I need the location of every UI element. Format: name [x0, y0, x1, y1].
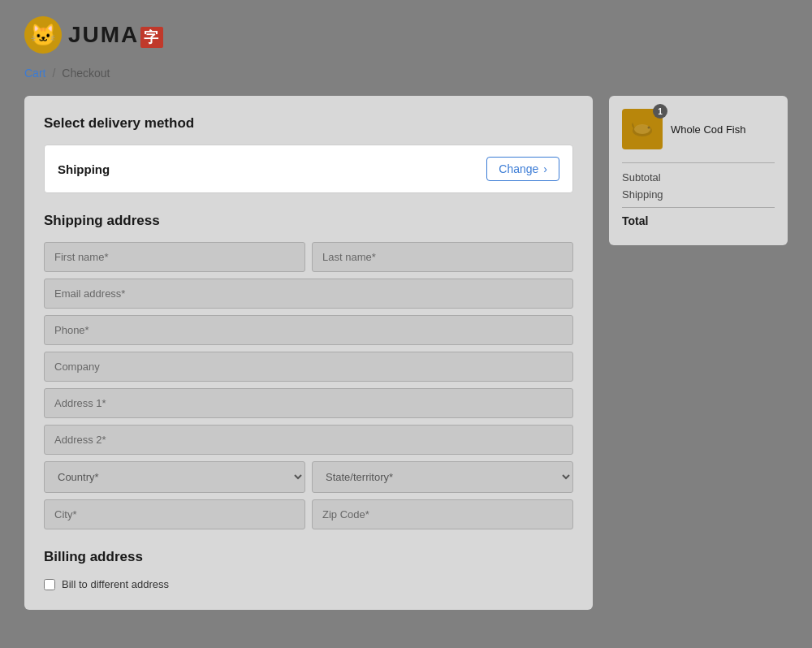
last-name-field: [312, 242, 573, 272]
page-wrapper: 🐱 JUMA字 Cart / Checkout Select delivery …: [0, 0, 812, 626]
breadcrumb-cart-link[interactable]: Cart: [24, 67, 45, 80]
logo-text: JUMA字: [68, 22, 163, 48]
cat-icon: 🐱: [30, 24, 56, 45]
order-divider-top: [622, 162, 775, 163]
product-image-wrap: 1: [622, 109, 663, 149]
breadcrumb: Cart / Checkout: [24, 67, 788, 80]
city-field: [44, 499, 305, 529]
delivery-method-label: Shipping: [58, 162, 110, 176]
subtotal-label: Subtotal: [622, 171, 661, 184]
bill-different-checkbox[interactable]: [44, 579, 55, 590]
city-input[interactable]: [44, 499, 305, 529]
email-input[interactable]: [44, 279, 573, 309]
company-input[interactable]: [44, 352, 573, 382]
billing-address-section: Billing address Bill to different addres…: [44, 549, 573, 590]
header: 🐱 JUMA字: [24, 16, 788, 54]
logo-char: 字: [140, 27, 163, 48]
phone-field: [44, 315, 573, 345]
total-label: Total: [622, 214, 648, 227]
first-name-input[interactable]: [44, 242, 305, 272]
chevron-right-icon: ›: [543, 162, 547, 175]
address2-field: [44, 425, 573, 455]
country-select[interactable]: Country*: [44, 461, 305, 493]
email-field: [44, 279, 573, 309]
bill-different-label[interactable]: Bill to different address: [62, 578, 169, 590]
city-zip-row: [44, 499, 573, 529]
change-button-label: Change: [499, 162, 538, 175]
address1-row: [44, 388, 573, 418]
total-row: Total: [622, 214, 775, 227]
svg-point-2: [648, 127, 650, 129]
phone-input[interactable]: [44, 315, 573, 345]
address2-input[interactable]: [44, 425, 573, 455]
address1-field: [44, 388, 573, 418]
breadcrumb-checkout: Checkout: [62, 67, 110, 80]
state-select[interactable]: State/territory*: [312, 461, 573, 493]
order-item: 1 Whole Cod Fish: [622, 109, 775, 149]
address1-input[interactable]: [44, 388, 573, 418]
last-name-input[interactable]: [312, 242, 573, 272]
shipping-address-section: Shipping address: [44, 213, 573, 529]
change-delivery-button[interactable]: Change ›: [486, 157, 559, 181]
name-row: [44, 242, 573, 272]
email-row: [44, 279, 573, 309]
first-name-field: [44, 242, 305, 272]
state-field: State/territory*: [312, 461, 573, 493]
svg-point-1: [634, 124, 650, 134]
phone-row: [44, 315, 573, 345]
product-name: Whole Cod Fish: [671, 123, 745, 136]
order-divider-bottom: [622, 207, 775, 208]
main-layout: Select delivery method Shipping Change ›…: [24, 96, 788, 610]
logo-juma: JUMA: [68, 22, 139, 47]
shipping-row: Shipping: [622, 188, 775, 201]
zip-input[interactable]: [312, 499, 573, 529]
logo-icon: 🐱: [24, 16, 62, 54]
shipping-address-title: Shipping address: [44, 213, 573, 229]
company-row: [44, 352, 573, 382]
subtotal-row: Subtotal: [622, 171, 775, 184]
left-panel: Select delivery method Shipping Change ›…: [24, 96, 593, 610]
country-field: Country*: [44, 461, 305, 493]
address2-row: [44, 425, 573, 455]
company-field: [44, 352, 573, 382]
right-panel: 1 Whole Cod Fish Subtotal Shipping Total: [609, 96, 788, 245]
delivery-method-section: Select delivery method Shipping Change ›: [44, 115, 573, 193]
delivery-section-title: Select delivery method: [44, 115, 573, 132]
shipping-label: Shipping: [622, 188, 663, 201]
breadcrumb-separator: /: [52, 67, 55, 80]
country-state-row: Country* State/territory*: [44, 461, 573, 493]
zip-field: [312, 499, 573, 529]
quantity-badge: 1: [653, 104, 667, 119]
bill-different-row: Bill to different address: [44, 578, 573, 590]
billing-address-title: Billing address: [44, 549, 573, 565]
delivery-method-box: Shipping Change ›: [44, 145, 573, 193]
